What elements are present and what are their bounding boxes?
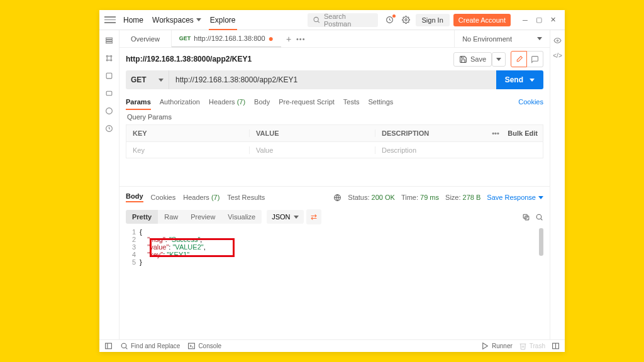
- collections-icon[interactable]: [104, 35, 114, 45]
- response-panel: Body Cookies Headers (7) Test Results St…: [119, 186, 550, 339]
- comments-icon[interactable]: [527, 51, 543, 67]
- trash-button[interactable]: Trash: [519, 342, 545, 350]
- send-label: Send: [505, 75, 523, 84]
- col-options-icon[interactable]: •••: [486, 129, 505, 137]
- subtab-params[interactable]: Params: [126, 96, 151, 108]
- table-header-row: KEY VALUE DESCRIPTION ••• Bulk Edit: [126, 125, 543, 141]
- request-title-bar: http://192.168.1.38:8000/app2/KEY1 Save: [119, 48, 550, 70]
- time-label: Time:: [401, 194, 418, 201]
- svg-point-7: [106, 55, 108, 57]
- tab-unsaved-icon: ●: [269, 33, 274, 43]
- subtab-tests[interactable]: Tests: [343, 96, 360, 108]
- sidebar-toggle-icon[interactable]: [104, 342, 113, 350]
- param-value-input[interactable]: Value: [250, 146, 375, 154]
- search-icon: [313, 16, 320, 24]
- json-value: "KEY1": [167, 251, 189, 258]
- svg-point-27: [121, 343, 126, 348]
- console-button[interactable]: Console: [187, 342, 221, 350]
- subtab-prerequest[interactable]: Pre-request Script: [279, 96, 335, 108]
- format-selector[interactable]: JSON: [267, 210, 303, 224]
- save-options-button[interactable]: [492, 52, 506, 67]
- svg-rect-25: [106, 343, 112, 349]
- invite-icon[interactable]: [383, 13, 397, 27]
- headers-count: (7): [237, 98, 245, 106]
- url-input[interactable]: http://192.168.1.38:8000/app2/KEY1: [169, 70, 496, 89]
- svg-point-3: [405, 19, 407, 21]
- apis-icon[interactable]: [104, 53, 114, 63]
- method-selector[interactable]: GET: [126, 70, 169, 89]
- subtab-settings[interactable]: Settings: [369, 96, 394, 108]
- response-body[interactable]: 1{ 2 "msg": "Success", 3 "value": "VALUE…: [126, 228, 543, 339]
- save-response-button[interactable]: Save Response: [487, 194, 543, 201]
- top-bar: Home Workspaces Explore Search Postman S…: [99, 10, 565, 30]
- save-response-label: Save Response: [487, 194, 536, 201]
- view-preview[interactable]: Preview: [184, 210, 221, 224]
- view-pretty[interactable]: Pretty: [126, 210, 158, 224]
- sign-in-button[interactable]: Sign In: [416, 14, 450, 26]
- nav-home[interactable]: Home: [123, 16, 143, 25]
- save-label: Save: [470, 55, 486, 63]
- search-wrap: Search Postman: [308, 13, 378, 27]
- window-maximize-icon[interactable]: ▢: [532, 13, 546, 27]
- create-account-button[interactable]: Create Account: [453, 14, 511, 26]
- svg-marker-31: [483, 343, 488, 349]
- view-raw[interactable]: Raw: [158, 210, 184, 224]
- window-minimize-icon[interactable]: ─: [518, 13, 532, 27]
- tab-options-icon[interactable]: •••: [296, 35, 306, 43]
- status-label: Status:: [348, 194, 369, 201]
- param-description-input[interactable]: Description: [375, 146, 486, 154]
- cookies-link[interactable]: Cookies: [518, 98, 543, 106]
- tab-request[interactable]: GET http://192.168.1.38:800 ●: [172, 30, 281, 47]
- send-button[interactable]: Send: [496, 70, 543, 89]
- param-key-input[interactable]: Key: [126, 146, 250, 154]
- resp-tab-testresults[interactable]: Test Results: [227, 194, 265, 201]
- environment-selector[interactable]: No Environment: [454, 30, 550, 47]
- copy-icon[interactable]: [522, 213, 530, 221]
- table-row[interactable]: Key Value Description: [126, 141, 543, 158]
- history-icon[interactable]: [104, 123, 114, 133]
- window-close-icon[interactable]: ✕: [546, 13, 560, 27]
- mock-servers-icon[interactable]: [104, 88, 114, 98]
- tab-request-label: http://192.168.1.38:800: [194, 35, 265, 42]
- globe-icon[interactable]: [333, 194, 341, 202]
- response-tabs: Body Cookies Headers (7) Test Results St…: [126, 190, 543, 204]
- menu-icon[interactable]: [104, 14, 116, 26]
- view-visualize[interactable]: Visualize: [221, 210, 262, 224]
- subtab-headers[interactable]: Headers (7): [209, 96, 245, 108]
- svg-point-8: [111, 55, 112, 57]
- response-controls: Pretty Raw Preview Visualize JSON ⇄: [126, 209, 543, 224]
- code-snippet-icon[interactable]: </>: [553, 50, 563, 60]
- resp-tab-cookies[interactable]: Cookies: [151, 194, 176, 201]
- json-key: "msg": [147, 236, 165, 243]
- notification-dot-icon: [392, 14, 396, 18]
- left-rail: [99, 30, 119, 339]
- scrollbar[interactable]: [539, 228, 543, 256]
- two-pane-icon[interactable]: [552, 342, 560, 350]
- resp-tab-body[interactable]: Body: [126, 192, 143, 202]
- tab-overview[interactable]: Overview: [119, 30, 172, 47]
- subtab-authorization[interactable]: Authorization: [160, 96, 200, 108]
- nav-workspaces[interactable]: Workspaces: [152, 16, 201, 25]
- wrap-lines-icon[interactable]: ⇄: [306, 209, 321, 224]
- search-input[interactable]: Search Postman: [308, 13, 378, 27]
- monitors-icon[interactable]: [104, 106, 114, 116]
- tab-add-button[interactable]: +: [281, 34, 296, 44]
- col-value: VALUE: [250, 129, 375, 137]
- svg-rect-15: [106, 73, 112, 79]
- save-icon: [459, 55, 467, 63]
- resp-tab-headers[interactable]: Headers (7): [183, 194, 219, 201]
- find-replace-button[interactable]: Find and Replace: [120, 342, 180, 350]
- environment-quicklook-icon[interactable]: [553, 35, 563, 45]
- subtab-body[interactable]: Body: [254, 96, 270, 108]
- json-value: "VALUE2": [172, 243, 203, 251]
- json-value: "Success": [169, 236, 200, 243]
- bulk-edit-button[interactable]: Bulk Edit: [505, 129, 543, 137]
- save-button[interactable]: Save: [453, 52, 492, 67]
- runner-button[interactable]: Runner: [481, 342, 513, 350]
- tabs-row: Overview GET http://192.168.1.38:800 ● +…: [119, 30, 550, 48]
- edit-icon[interactable]: [511, 51, 527, 67]
- nav-explore[interactable]: Explore: [210, 16, 236, 25]
- environments-icon[interactable]: [104, 70, 114, 80]
- search-icon[interactable]: [535, 213, 543, 221]
- settings-icon[interactable]: [399, 13, 413, 27]
